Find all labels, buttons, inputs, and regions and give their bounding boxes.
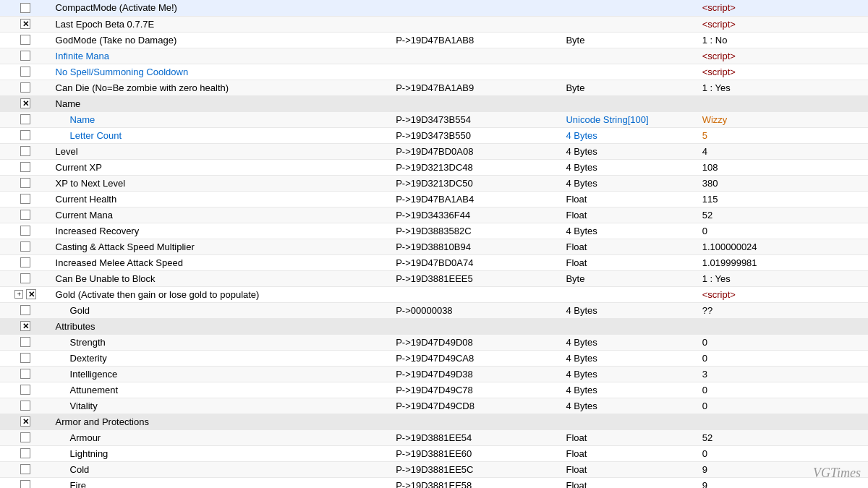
checkbox-empty[interactable] [20, 385, 30, 395]
checkbox-cell[interactable]: +✕ [0, 286, 51, 302]
checkbox-empty[interactable] [20, 82, 30, 93]
entry-type [561, 95, 697, 111]
table-row[interactable]: IntelligenceP->19D47D49D384 Bytes3 [0, 366, 868, 382]
table-row[interactable]: GoldP->000000384 Bytes?? [0, 302, 868, 318]
checkbox-empty[interactable] [20, 305, 30, 315]
checkbox-empty[interactable] [20, 67, 30, 77]
table-row[interactable]: ✕Last Epoch Beta 0.7.7E<script> [0, 16, 868, 32]
checkbox-cell[interactable] [0, 461, 51, 477]
cheat-table-container[interactable]: CompactMode (Activate Me!)<script>✕Last … [0, 0, 868, 488]
checkbox-cell[interactable] [0, 143, 51, 159]
checkbox-cell[interactable] [0, 207, 51, 223]
checkbox-cell[interactable] [0, 398, 51, 414]
checkbox-empty[interactable] [20, 353, 30, 363]
table-row[interactable]: LevelP->19D47BD0A084 Bytes4 [0, 143, 868, 159]
entry-value: <script> [698, 64, 868, 80]
table-row[interactable]: ColdP->19D3881EE5CFloat9 [0, 461, 868, 477]
table-row[interactable]: ✕Armor and Protections [0, 414, 868, 429]
table-row[interactable]: ✕Name [0, 95, 868, 111]
checkbox-cell[interactable] [0, 64, 51, 80]
checkbox-empty[interactable] [20, 369, 30, 379]
table-row[interactable]: ArmourP->19D3881EE54Float52 [0, 429, 868, 445]
table-row[interactable]: Current ManaP->19D34336F44Float52 [0, 207, 868, 223]
table-row[interactable]: Current HealthP->19D47BA1AB4Float115 [0, 191, 868, 207]
checkbox-x[interactable]: ✕ [20, 98, 30, 108]
table-row[interactable]: Letter CountP->19D3473B5504 Bytes5 [0, 127, 868, 143]
checkbox-empty[interactable] [20, 146, 30, 156]
table-row[interactable]: No Spell/Summoning Cooldown<script> [0, 64, 868, 80]
checkbox-cell[interactable]: ✕ [0, 318, 51, 334]
table-row[interactable]: ✕Attributes [0, 318, 868, 334]
checkbox-cell[interactable] [0, 334, 51, 350]
checkbox-empty[interactable] [20, 162, 30, 172]
checkbox-cell[interactable]: ✕ [0, 16, 51, 32]
checkbox-x[interactable]: ✕ [20, 416, 30, 427]
table-row[interactable]: Can Be Unable to BlockP->19D3881EEE5Byte… [0, 270, 868, 286]
checkbox-cell[interactable] [0, 239, 51, 254]
checkbox-cell[interactable] [0, 0, 51, 16]
table-row[interactable]: +✕Gold (Activate then gain or lose gold … [0, 286, 868, 302]
table-row[interactable]: StrengthP->19D47D49D084 Bytes0 [0, 334, 868, 350]
checkbox-empty[interactable] [20, 464, 30, 474]
table-row[interactable]: LightningP->19D3881EE60Float0 [0, 445, 868, 461]
expand-icon[interactable]: + [14, 290, 23, 299]
checkbox-empty[interactable] [20, 241, 30, 252]
table-row[interactable]: FireP->19D3881EE58Float9 [0, 477, 868, 488]
checkbox-cell[interactable] [0, 445, 51, 461]
checkbox-x[interactable]: ✕ [26, 289, 36, 299]
table-row[interactable]: Casting & Attack Speed MultiplierP->19D3… [0, 239, 868, 254]
checkbox-empty[interactable] [20, 273, 30, 283]
table-row[interactable]: Increased RecoveryP->19D3883582C4 Bytes0 [0, 223, 868, 239]
table-row[interactable]: Can Die (No=Be zombie with zero health)P… [0, 80, 868, 95]
checkbox-x[interactable]: ✕ [20, 321, 30, 331]
checkbox-empty[interactable] [20, 210, 30, 220]
checkbox-cell[interactable] [0, 191, 51, 207]
checkbox-empty[interactable] [20, 432, 30, 442]
checkbox-empty[interactable] [20, 51, 30, 61]
entry-address: P->19D47BA1AB4 [391, 191, 561, 207]
checkbox-cell[interactable] [0, 127, 51, 143]
checkbox-empty[interactable] [20, 448, 30, 458]
table-row[interactable]: Infinite Mana<script> [0, 48, 868, 64]
checkbox-cell[interactable] [0, 302, 51, 318]
checkbox-cell[interactable] [0, 32, 51, 48]
checkbox-cell[interactable] [0, 382, 51, 398]
checkbox-empty[interactable] [20, 130, 30, 140]
checkbox-cell[interactable] [0, 350, 51, 366]
checkbox-cell[interactable] [0, 111, 51, 127]
checkbox-x[interactable]: ✕ [20, 19, 30, 29]
checkbox-cell[interactable]: ✕ [0, 414, 51, 429]
checkbox-empty[interactable] [20, 178, 30, 188]
checkbox-cell[interactable] [0, 270, 51, 286]
checkbox-empty[interactable] [20, 401, 30, 411]
table-row[interactable]: NameP->19D3473B554Unicode String[100]Wiz… [0, 111, 868, 127]
checkbox-cell[interactable] [0, 48, 51, 64]
checkbox-cell[interactable] [0, 254, 51, 270]
checkbox-cell[interactable] [0, 159, 51, 175]
table-row[interactable]: XP to Next LevelP->19D3213DC504 Bytes380 [0, 175, 868, 191]
checkbox-cell[interactable] [0, 429, 51, 445]
checkbox-empty[interactable] [20, 226, 30, 236]
checkbox-cell[interactable] [0, 80, 51, 95]
checkbox-empty[interactable] [20, 194, 30, 204]
entry-address: P->19D3473B550 [391, 127, 561, 143]
checkbox-empty[interactable] [20, 35, 30, 45]
table-row[interactable]: CompactMode (Activate Me!)<script> [0, 0, 868, 16]
checkbox-empty[interactable] [20, 337, 30, 347]
table-row[interactable]: AttunementP->19D47D49C784 Bytes0 [0, 382, 868, 398]
checkbox-empty[interactable] [20, 114, 30, 124]
table-row[interactable]: GodMode (Take no Damage)P->19D47BA1AB8By… [0, 32, 868, 48]
checkbox-cell[interactable] [0, 223, 51, 239]
checkbox-cell[interactable] [0, 477, 51, 488]
checkbox-empty[interactable] [20, 480, 30, 488]
checkbox-cell[interactable] [0, 175, 51, 191]
checkbox-cell[interactable] [0, 366, 51, 382]
checkbox-empty[interactable] [20, 257, 30, 267]
table-row[interactable]: Current XPP->19D3213DC484 Bytes108 [0, 159, 868, 175]
table-row[interactable]: VitalityP->19D47D49CD84 Bytes0 [0, 398, 868, 414]
checkbox-cell[interactable]: ✕ [0, 95, 51, 111]
table-row[interactable]: DexterityP->19D47D49CA84 Bytes0 [0, 350, 868, 366]
table-row[interactable]: Increased Melee Attack SpeedP->19D47BD0A… [0, 254, 868, 270]
entry-address: P->19D3881EEE5 [391, 270, 561, 286]
checkbox-empty[interactable] [20, 3, 30, 13]
